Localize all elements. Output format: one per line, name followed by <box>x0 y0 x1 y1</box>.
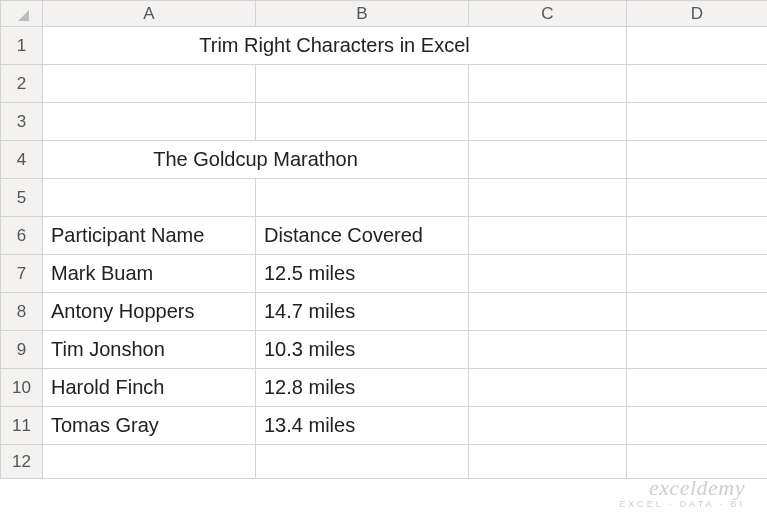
row-header-3[interactable]: 3 <box>1 103 43 141</box>
table-row: 7 Mark Buam 12.5 miles <box>1 255 768 293</box>
row-header-10[interactable]: 10 <box>1 369 43 407</box>
cell-C3[interactable] <box>469 103 627 141</box>
cell-dist-text: 10.3 miles <box>256 334 468 365</box>
cell-name[interactable]: Harold Finch <box>43 369 256 407</box>
row-header-1[interactable]: 1 <box>1 27 43 65</box>
cell-name-text: Harold Finch <box>43 372 255 403</box>
row-12: 12 <box>1 445 768 479</box>
cell-dist[interactable]: 13.4 miles <box>256 407 469 445</box>
cell-name[interactable]: Tomas Gray <box>43 407 256 445</box>
cell-C5[interactable] <box>469 179 627 217</box>
cell-dist-text: 14.7 miles <box>256 296 468 327</box>
column-header-D[interactable]: D <box>627 1 768 27</box>
cell-B3[interactable] <box>256 103 469 141</box>
cell-dist-text: 13.4 miles <box>256 410 468 441</box>
cell-A5[interactable] <box>43 179 256 217</box>
cell-name-text: Tim Jonshon <box>43 334 255 365</box>
cell-dist[interactable]: 10.3 miles <box>256 331 469 369</box>
cell-name-text: Tomas Gray <box>43 410 255 441</box>
cell-dist-text: 12.8 miles <box>256 372 468 403</box>
cell-D2[interactable] <box>627 65 768 103</box>
row-header-8[interactable]: 8 <box>1 293 43 331</box>
section-title[interactable]: The Goldcup Marathon <box>43 141 469 179</box>
title-banner[interactable]: Trim Right Characters in Excel <box>43 27 627 65</box>
column-header-B[interactable]: B <box>256 1 469 27</box>
row-2: 2 <box>1 65 768 103</box>
cell-dist-text: 12.5 miles <box>256 258 468 289</box>
cell-name-text: Antony Hoppers <box>43 296 255 327</box>
row-6: 6 Participant Name Distance Covered <box>1 217 768 255</box>
row-4: 4 The Goldcup Marathon <box>1 141 768 179</box>
cell-D6[interactable] <box>627 217 768 255</box>
cell-D8[interactable] <box>627 293 768 331</box>
cell-dist[interactable]: 12.5 miles <box>256 255 469 293</box>
column-header-A[interactable]: A <box>43 1 256 27</box>
select-all-corner[interactable] <box>1 1 43 27</box>
table-header-participant-text: Participant Name <box>43 220 255 251</box>
cell-D7[interactable] <box>627 255 768 293</box>
row-header-4[interactable]: 4 <box>1 141 43 179</box>
cell-name-text: Mark Buam <box>43 258 255 289</box>
cell-D3[interactable] <box>627 103 768 141</box>
column-header-C[interactable]: C <box>469 1 627 27</box>
spreadsheet-grid[interactable]: A B C D 1 Trim Right Characters in Excel… <box>0 0 767 479</box>
cell-C2[interactable] <box>469 65 627 103</box>
cell-B12[interactable] <box>256 445 469 479</box>
watermark-line2: EXCEL · DATA · BI <box>619 499 745 509</box>
cell-B5[interactable] <box>256 179 469 217</box>
cell-C4[interactable] <box>469 141 627 179</box>
table-header-distance[interactable]: Distance Covered <box>256 217 469 255</box>
table-row: 10 Harold Finch 12.8 miles <box>1 369 768 407</box>
cell-C9[interactable] <box>469 331 627 369</box>
cell-C8[interactable] <box>469 293 627 331</box>
cell-B2[interactable] <box>256 65 469 103</box>
cell-C12[interactable] <box>469 445 627 479</box>
table-header-distance-text: Distance Covered <box>256 220 468 251</box>
cell-D11[interactable] <box>627 407 768 445</box>
cell-name[interactable]: Antony Hoppers <box>43 293 256 331</box>
section-title-text: The Goldcup Marathon <box>43 144 468 175</box>
cell-D9[interactable] <box>627 331 768 369</box>
row-1: 1 Trim Right Characters in Excel <box>1 27 768 65</box>
row-header-11[interactable]: 11 <box>1 407 43 445</box>
row-3: 3 <box>1 103 768 141</box>
title-text: Trim Right Characters in Excel <box>43 30 626 61</box>
table-row: 9 Tim Jonshon 10.3 miles <box>1 331 768 369</box>
cell-C6[interactable] <box>469 217 627 255</box>
table-row: 8 Antony Hoppers 14.7 miles <box>1 293 768 331</box>
cell-name[interactable]: Tim Jonshon <box>43 331 256 369</box>
cell-dist[interactable]: 12.8 miles <box>256 369 469 407</box>
row-5: 5 <box>1 179 768 217</box>
cell-name[interactable]: Mark Buam <box>43 255 256 293</box>
cell-D4[interactable] <box>627 141 768 179</box>
column-header-row: A B C D <box>1 1 768 27</box>
cell-C7[interactable] <box>469 255 627 293</box>
cell-A2[interactable] <box>43 65 256 103</box>
row-header-12[interactable]: 12 <box>1 445 43 479</box>
cell-D10[interactable] <box>627 369 768 407</box>
row-header-7[interactable]: 7 <box>1 255 43 293</box>
cell-C10[interactable] <box>469 369 627 407</box>
row-header-9[interactable]: 9 <box>1 331 43 369</box>
table-row: 11 Tomas Gray 13.4 miles <box>1 407 768 445</box>
cell-A12[interactable] <box>43 445 256 479</box>
cell-dist[interactable]: 14.7 miles <box>256 293 469 331</box>
cell-D5[interactable] <box>627 179 768 217</box>
row-header-6[interactable]: 6 <box>1 217 43 255</box>
cell-A3[interactable] <box>43 103 256 141</box>
table-header-participant[interactable]: Participant Name <box>43 217 256 255</box>
row-header-2[interactable]: 2 <box>1 65 43 103</box>
svg-marker-0 <box>18 10 29 21</box>
cell-D12[interactable] <box>627 445 768 479</box>
cell-D1[interactable] <box>627 27 768 65</box>
cell-C11[interactable] <box>469 407 627 445</box>
row-header-5[interactable]: 5 <box>1 179 43 217</box>
watermark: exceldemy EXCEL · DATA · BI <box>619 475 745 509</box>
